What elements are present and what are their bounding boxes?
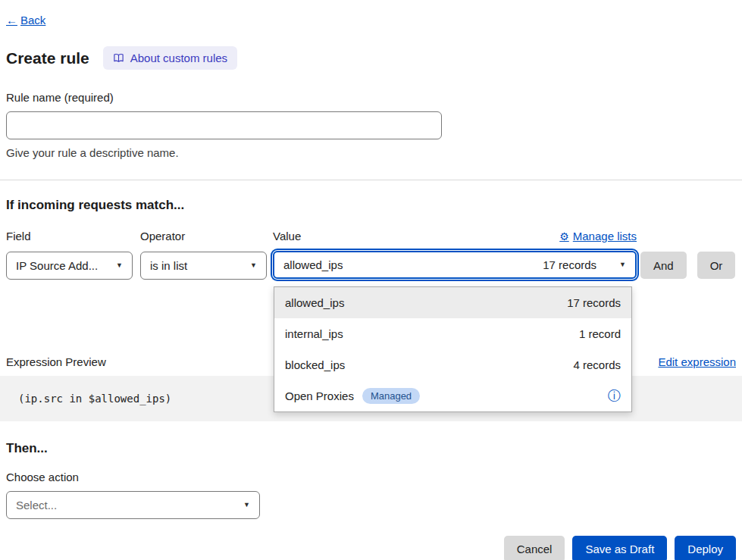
value-column: Value ⚙ Manage lists allowed_ips 17 reco…: [273, 230, 637, 279]
create-rule-page: ← Back Create rule About custom rules Ru…: [0, 0, 742, 560]
or-button[interactable]: Or: [697, 252, 736, 279]
gear-icon: ⚙: [559, 230, 569, 242]
and-button[interactable]: And: [640, 252, 687, 279]
list-option-name: allowed_ips: [285, 296, 344, 309]
action-select[interactable]: Select... ▼: [6, 491, 260, 519]
manage-lists-link[interactable]: ⚙ Manage lists: [559, 230, 637, 242]
value-select-value: allowed_ips: [283, 258, 343, 271]
list-option-allowed-ips[interactable]: allowed_ips 17 records: [274, 287, 631, 318]
list-option-name: blocked_ips: [285, 358, 345, 371]
field-label: Field: [6, 230, 133, 242]
expression-preview-label: Expression Preview: [6, 355, 106, 368]
choose-action-label: Choose action: [6, 471, 736, 483]
condition-row: Field IP Source Add... ▼ Operator is in …: [6, 230, 736, 280]
list-option-name: internal_ips: [285, 327, 343, 340]
save-as-draft-button[interactable]: Save as Draft: [572, 536, 667, 560]
list-option-detail: 4 records: [573, 358, 621, 371]
list-option-internal-ips[interactable]: internal_ips 1 record: [274, 318, 631, 349]
edit-expression-link[interactable]: Edit expression: [658, 355, 736, 368]
deploy-button[interactable]: Deploy: [675, 536, 736, 560]
action-select-placeholder: Select...: [16, 499, 57, 512]
back-link[interactable]: ← Back: [6, 14, 45, 27]
value-dropdown: allowed_ips 17 records internal_ips 1 re…: [274, 286, 632, 412]
back-label: Back: [20, 14, 45, 27]
rule-name-group: Rule name (required) Give your rule a de…: [6, 91, 736, 159]
value-select-wrap: allowed_ips 17 records ▼ allowed_ips 17 …: [273, 251, 637, 279]
page-title: Create rule: [6, 49, 89, 67]
value-select-records: 17 records: [543, 258, 596, 271]
list-option-name-wrap: Open Proxies Managed: [285, 388, 420, 404]
rule-name-input[interactable]: [6, 111, 442, 139]
cancel-button[interactable]: Cancel: [504, 536, 565, 560]
expression-code: (ip.src in $allowed_ips): [18, 393, 171, 405]
value-select-right: 17 records ▼: [543, 258, 626, 271]
list-option-blocked-ips[interactable]: blocked_ips 4 records: [274, 349, 631, 380]
managed-badge: Managed: [362, 388, 420, 404]
footer-actions: Cancel Save as Draft Deploy: [6, 536, 736, 560]
operator-column: Operator is in list ▼: [140, 230, 267, 280]
rule-name-label: Rule name (required): [6, 91, 736, 104]
operator-label: Operator: [140, 230, 267, 242]
field-select-value: IP Source Add...: [16, 259, 98, 272]
list-option-detail: 17 records: [567, 296, 621, 309]
operator-select-value: is in list: [150, 259, 187, 272]
chevron-down-icon: ▼: [243, 502, 250, 508]
info-icon[interactable]: ⓘ: [608, 389, 621, 402]
rule-name-help: Give your rule a descriptive name.: [6, 146, 736, 159]
chevron-down-icon: ▼: [250, 262, 257, 269]
operator-select[interactable]: is in list ▼: [140, 252, 267, 280]
value-label-row: Value ⚙ Manage lists: [273, 230, 637, 242]
field-select[interactable]: IP Source Add... ▼: [6, 252, 133, 280]
chevron-down-icon: ▼: [619, 261, 626, 268]
list-option-detail: 1 record: [579, 327, 621, 340]
about-custom-rules-label: About custom rules: [130, 52, 227, 64]
match-section-title: If incoming requests match...: [6, 198, 736, 213]
section-divider: [0, 180, 742, 180]
title-row: Create rule About custom rules: [6, 46, 736, 70]
list-option-name: Open Proxies: [285, 389, 354, 402]
list-option-open-proxies[interactable]: Open Proxies Managed ⓘ: [274, 380, 631, 411]
manage-lists-label: Manage lists: [573, 230, 637, 242]
back-arrow-icon: ←: [6, 14, 17, 27]
then-section-title: Then...: [6, 441, 736, 456]
value-label: Value: [273, 230, 301, 242]
about-custom-rules-link[interactable]: About custom rules: [103, 46, 237, 70]
value-select[interactable]: allowed_ips 17 records ▼: [273, 251, 637, 279]
chevron-down-icon: ▼: [116, 262, 123, 269]
and-or-buttons: And Or: [640, 230, 735, 279]
book-icon: [113, 52, 124, 64]
field-column: Field IP Source Add... ▼: [6, 230, 133, 280]
